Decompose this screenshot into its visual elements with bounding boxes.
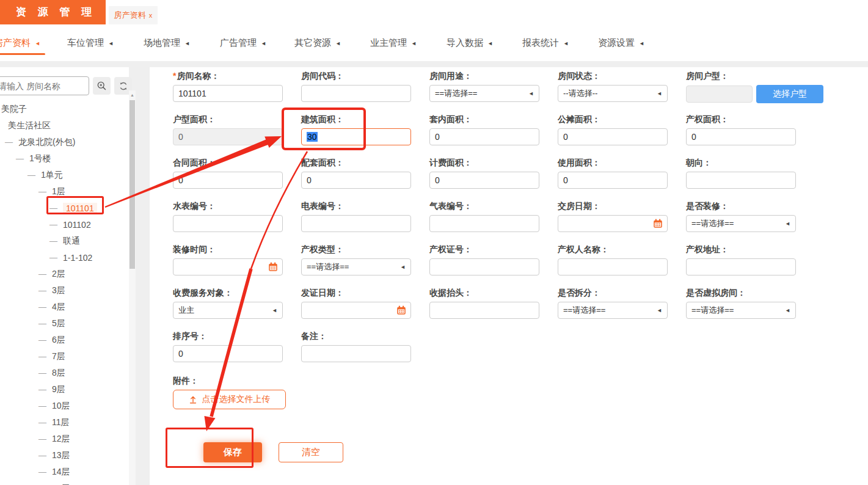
collapse-icon[interactable]: — xyxy=(49,253,58,262)
text-input[interactable] xyxy=(558,258,668,275)
nav-item-2[interactable]: 车位管理◄ xyxy=(67,24,114,61)
nav-item-6[interactable]: 业主管理◄ xyxy=(370,24,417,61)
upload-button[interactable]: 点击选择文件上传 xyxy=(173,390,286,409)
tree-item-12层[interactable]: —12层 xyxy=(0,431,127,447)
search-button[interactable] xyxy=(93,77,111,95)
tree-item-3层[interactable]: —3层 xyxy=(0,282,127,299)
collapse-icon[interactable]: — xyxy=(49,236,58,246)
collapse-icon[interactable]: — xyxy=(38,385,47,394)
text-input[interactable] xyxy=(686,258,796,275)
nav-item-1[interactable]: 房产资料◄ xyxy=(0,24,40,61)
tree-item-1单元[interactable]: —1单元 xyxy=(0,167,127,183)
text-input[interactable] xyxy=(429,172,539,189)
tab-fangchan-ziliao[interactable]: 房产资料 x xyxy=(109,6,158,24)
nav-item-3[interactable]: 场地管理◄ xyxy=(144,24,190,61)
text-input[interactable] xyxy=(558,172,668,189)
nav-item-7[interactable]: 导入数据◄ xyxy=(447,24,493,61)
tree-item-1-1-102[interactable]: —1-1-102 xyxy=(0,249,127,266)
collapse-icon[interactable]: — xyxy=(38,187,47,196)
collapse-icon[interactable]: — xyxy=(38,434,47,443)
nav-item-4[interactable]: 广告管理◄ xyxy=(220,24,266,61)
collapse-icon[interactable]: — xyxy=(38,352,47,361)
tree-item-9层[interactable]: —9层 xyxy=(0,381,127,398)
collapse-icon[interactable]: — xyxy=(38,335,47,345)
date-input[interactable] xyxy=(301,302,411,319)
collapse-icon[interactable]: — xyxy=(5,137,13,147)
collapse-icon[interactable]: — xyxy=(38,401,47,410)
text-input[interactable] xyxy=(301,172,411,189)
tree-item-美院子[interactable]: 美院子 xyxy=(0,101,127,117)
tree-item-101101[interactable]: —101101 xyxy=(0,200,127,216)
clear-button[interactable]: 清空 xyxy=(279,442,343,462)
tree-item-5层[interactable]: —5层 xyxy=(0,315,127,332)
calendar-icon[interactable] xyxy=(653,219,663,228)
tree-item-龙泉北院(外包)[interactable]: —龙泉北院(外包) xyxy=(0,134,127,150)
tree-item-1层[interactable]: —1层 xyxy=(0,183,127,200)
choose-room-type-button[interactable]: 选择户型 xyxy=(756,85,823,103)
scrollbar-thumb[interactable] xyxy=(129,100,135,269)
select-input[interactable]: ==请选择==◄ xyxy=(686,215,796,232)
search-input[interactable] xyxy=(0,76,89,95)
collapse-icon[interactable]: — xyxy=(49,203,58,213)
nav-item-8[interactable]: 报表统计◄ xyxy=(522,24,569,61)
select-input[interactable]: --请选择--◄ xyxy=(558,85,668,102)
select-input[interactable]: ==请选择==◄ xyxy=(301,258,411,275)
text-input[interactable] xyxy=(173,172,283,189)
text-input[interactable] xyxy=(173,128,283,145)
collapse-icon[interactable]: — xyxy=(38,418,47,427)
select-input[interactable]: 业主◄ xyxy=(173,302,283,319)
collapse-icon[interactable]: — xyxy=(38,451,47,460)
text-input[interactable] xyxy=(301,345,411,362)
date-input[interactable] xyxy=(173,258,283,275)
tree-item-美生活社区[interactable]: 美生活社区 xyxy=(0,117,127,134)
tree-item-15层[interactable]: —15层 xyxy=(0,480,127,485)
tree-item-7层[interactable]: —7层 xyxy=(0,348,127,365)
collapse-icon[interactable]: — xyxy=(38,302,47,312)
select-input[interactable]: ==请选择==◄ xyxy=(558,302,668,319)
nav-item-5[interactable]: 其它资源◄ xyxy=(294,24,341,61)
tree-item-10层[interactable]: —10层 xyxy=(0,398,127,414)
collapse-icon[interactable]: — xyxy=(38,269,47,279)
text-input[interactable] xyxy=(301,85,411,102)
tree-item-14层[interactable]: —14层 xyxy=(0,464,127,480)
text-input[interactable] xyxy=(173,345,283,362)
tree-item-101102[interactable]: —101102 xyxy=(0,216,127,233)
tree-item-2层[interactable]: —2层 xyxy=(0,266,127,282)
text-input[interactable] xyxy=(429,302,539,319)
tree-item-11层[interactable]: —11层 xyxy=(0,414,127,431)
tree-item-4层[interactable]: —4层 xyxy=(0,299,127,315)
save-button[interactable]: 保存 xyxy=(203,442,262,462)
collapse-icon[interactable]: — xyxy=(38,368,47,377)
select-input[interactable]: ==请选择==◄ xyxy=(686,302,796,319)
select-input[interactable]: ==请选择==◄ xyxy=(429,85,539,102)
scroll-up-arrow-icon[interactable]: ▲ xyxy=(129,92,136,99)
collapse-icon[interactable]: — xyxy=(38,319,47,328)
text-input[interactable] xyxy=(173,215,283,232)
text-input[interactable] xyxy=(173,85,283,102)
tree-item-13层[interactable]: —13层 xyxy=(0,447,127,464)
text-input[interactable] xyxy=(686,128,796,145)
tree-item-联通[interactable]: —联通 xyxy=(0,233,127,249)
collapse-icon[interactable]: — xyxy=(38,467,47,476)
collapse-icon[interactable]: — xyxy=(27,170,36,180)
collapse-icon[interactable]: — xyxy=(49,220,58,229)
nav-item-9[interactable]: 资源设置◄ xyxy=(598,24,644,61)
tree-scrollbar[interactable]: ▲ xyxy=(129,90,136,485)
collapse-icon[interactable]: — xyxy=(16,154,24,163)
form-field: 套内面积： xyxy=(429,114,539,158)
text-input[interactable] xyxy=(301,215,411,232)
text-input[interactable] xyxy=(429,258,539,275)
text-input[interactable] xyxy=(686,172,796,189)
collapse-icon[interactable]: — xyxy=(38,286,47,295)
text-input-focused[interactable]: 30 xyxy=(301,128,411,145)
tree-item-6层[interactable]: —6层 xyxy=(0,332,127,348)
text-input[interactable] xyxy=(429,215,539,232)
tree-item-8层[interactable]: —8层 xyxy=(0,365,127,381)
text-input[interactable] xyxy=(429,128,539,145)
date-input[interactable] xyxy=(558,215,668,232)
calendar-icon[interactable] xyxy=(268,262,278,272)
tree-item-1号楼[interactable]: —1号楼 xyxy=(0,150,127,167)
text-input[interactable] xyxy=(558,128,668,145)
calendar-icon[interactable] xyxy=(396,305,406,315)
close-icon[interactable]: x xyxy=(149,12,153,19)
